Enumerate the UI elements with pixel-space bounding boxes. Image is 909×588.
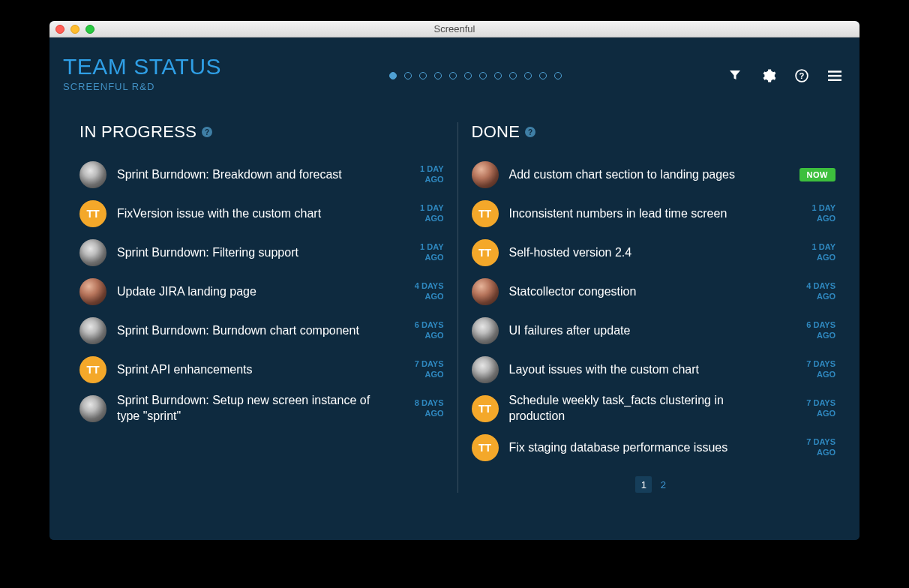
task-title: Sprint Burndown: Burndown chart componen… xyxy=(117,323,392,339)
task-item[interactable]: Sprint Burndown: Setup new screen instan… xyxy=(80,389,444,428)
task-title: Sprint API enhancements xyxy=(117,362,392,378)
avatar xyxy=(80,239,106,266)
avatar: TT xyxy=(472,395,499,422)
avatar xyxy=(80,317,106,344)
page-dot[interactable] xyxy=(419,72,427,80)
task-item[interactable]: TTSprint API enhancements7 DAYSAGO xyxy=(80,350,444,389)
task-item[interactable]: Add custom chart section to landing page… xyxy=(472,155,836,194)
column-help-icon[interactable]: ? xyxy=(525,127,536,137)
task-time: 7 DAYSAGO xyxy=(794,398,836,419)
avatar: TT xyxy=(80,200,106,227)
page-dot[interactable] xyxy=(524,72,532,80)
page-dot[interactable] xyxy=(449,72,457,80)
task-time: 1 DAYAGO xyxy=(402,203,444,224)
avatar xyxy=(472,161,499,188)
avatar xyxy=(80,278,106,305)
column-title-text: DONE xyxy=(472,122,520,142)
avatar xyxy=(80,161,106,188)
task-title: Schedule weekly task_facts clustering in… xyxy=(509,393,784,424)
column-title: DONE? xyxy=(472,122,836,142)
page-dot[interactable] xyxy=(494,72,502,80)
task-title: Add custom chart section to landing page… xyxy=(509,167,789,183)
page-dot[interactable] xyxy=(509,72,517,80)
task-time: 4 DAYSAGO xyxy=(794,281,836,302)
task-title: Fix staging database performance issues xyxy=(509,440,784,456)
page-title: TEAM STATUS xyxy=(63,54,221,80)
task-title: Sprint Burndown: Breakdown and forecast xyxy=(117,167,392,183)
task-item[interactable]: Update JIRA landing page4 DAYSAGO xyxy=(80,272,444,311)
column-help-icon[interactable]: ? xyxy=(202,127,212,137)
task-time: 1 DAYAGO xyxy=(794,203,836,224)
page-number[interactable]: 1 xyxy=(635,476,652,493)
app-header: TEAM STATUS SCREENFUL R&D ? xyxy=(50,38,860,92)
task-time: 6 DAYSAGO xyxy=(794,320,836,341)
task-item[interactable]: Sprint Burndown: Burndown chart componen… xyxy=(80,311,444,350)
task-title: Sprint Burndown: Filtering support xyxy=(117,245,392,261)
page-number[interactable]: 2 xyxy=(655,476,671,493)
task-title: Statcollector congestion xyxy=(509,284,784,300)
task-item[interactable]: TTSelf-hosted version 2.41 DAYAGO xyxy=(472,233,836,272)
title-block: TEAM STATUS SCREENFUL R&D xyxy=(63,54,221,92)
column-title-text: IN PROGRESS xyxy=(80,122,196,142)
menu-icon[interactable] xyxy=(828,69,842,82)
gear-icon[interactable] xyxy=(762,69,776,82)
avatar: TT xyxy=(472,434,499,461)
maximize-window-button[interactable] xyxy=(86,25,94,34)
task-item[interactable]: TTFixVersion issue with the custom chart… xyxy=(80,194,444,233)
column-title: IN PROGRESS? xyxy=(80,122,444,142)
minimize-window-button[interactable] xyxy=(70,25,80,34)
help-icon[interactable]: ? xyxy=(795,69,808,82)
page-dot[interactable] xyxy=(404,72,412,80)
task-item[interactable]: TTSchedule weekly task_facts clustering … xyxy=(472,389,836,428)
task-time: 1 DAYAGO xyxy=(402,242,444,263)
page-dot[interactable] xyxy=(479,72,487,80)
task-title: FixVersion issue with the custom chart xyxy=(117,206,392,222)
task-title: UI failures after update xyxy=(509,323,784,339)
done-column: DONE?Add custom chart section to landing… xyxy=(458,122,836,493)
page-indicator[interactable] xyxy=(221,72,729,80)
page-subtitle: SCREENFUL R&D xyxy=(63,81,221,92)
page-dot[interactable] xyxy=(539,72,547,80)
task-time: 1 DAYAGO xyxy=(402,164,444,185)
task-item[interactable]: TTInconsistent numbers in lead time scre… xyxy=(472,194,836,233)
task-title: Self-hosted version 2.4 xyxy=(509,245,784,261)
task-item[interactable]: TTFix staging database performance issue… xyxy=(472,428,836,467)
task-title: Update JIRA landing page xyxy=(117,284,392,300)
page-dot[interactable] xyxy=(464,72,472,80)
avatar: TT xyxy=(472,200,499,227)
avatar xyxy=(472,278,499,305)
toolbar: ? xyxy=(729,69,846,82)
avatar xyxy=(80,395,106,422)
svg-rect-4 xyxy=(828,80,842,81)
window-controls xyxy=(50,25,94,34)
task-time: 6 DAYSAGO xyxy=(402,320,444,341)
task-time: 4 DAYSAGO xyxy=(402,281,444,302)
app-window: Screenful TEAM STATUS SCREENFUL R&D ? xyxy=(50,21,860,540)
task-time: 7 DAYSAGO xyxy=(794,437,836,458)
close-window-button[interactable] xyxy=(56,25,64,34)
task-item[interactable]: Statcollector congestion4 DAYSAGO xyxy=(472,272,836,311)
task-time: 8 DAYSAGO xyxy=(402,398,444,419)
filter-icon[interactable] xyxy=(729,69,742,82)
task-title: Sprint Burndown: Setup new screen instan… xyxy=(117,393,392,424)
app-body: TEAM STATUS SCREENFUL R&D ? IN PROGRE xyxy=(50,38,860,540)
window-title: Screenful xyxy=(50,23,860,34)
svg-text:?: ? xyxy=(800,71,805,80)
page-dot[interactable] xyxy=(434,72,442,80)
task-item[interactable]: Layout issues with the custom chart7 DAY… xyxy=(472,350,836,389)
task-time: 7 DAYSAGO xyxy=(402,359,444,380)
avatar xyxy=(472,356,499,383)
pagination: 12 xyxy=(472,476,836,493)
task-title: Layout issues with the custom chart xyxy=(509,362,784,378)
avatar: TT xyxy=(80,356,106,383)
task-time: 7 DAYSAGO xyxy=(794,359,836,380)
task-item[interactable]: UI failures after update6 DAYSAGO xyxy=(472,311,836,350)
avatar xyxy=(472,317,499,344)
task-time: 1 DAYAGO xyxy=(794,242,836,263)
task-item[interactable]: Sprint Burndown: Breakdown and forecast1… xyxy=(80,155,444,194)
columns: IN PROGRESS?Sprint Burndown: Breakdown a… xyxy=(50,122,860,508)
page-dot[interactable] xyxy=(389,72,397,80)
page-dot[interactable] xyxy=(554,72,562,80)
now-badge: NOW xyxy=(800,168,836,182)
task-item[interactable]: Sprint Burndown: Filtering support1 DAYA… xyxy=(80,233,444,272)
